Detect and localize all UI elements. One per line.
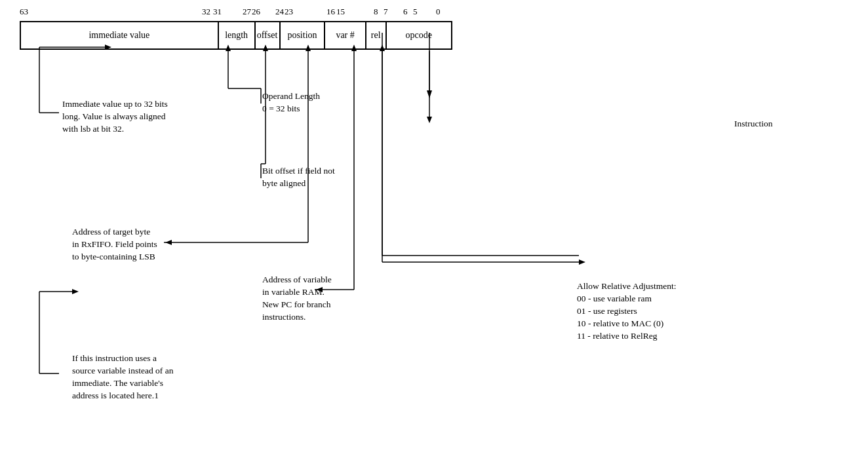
- diagram-container: 63 32 31 27 26 24 23 16 15 8 7 6 5 0 imm…: [7, 7, 859, 451]
- rel-annotation: Allow Relative Adjustment: 00 - use vari…: [577, 280, 806, 342]
- svg-marker-3: [105, 45, 111, 50]
- instruction-arrow-svg: [413, 7, 774, 170]
- length-annotation: Operand Length0 = 32 bits: [262, 90, 380, 115]
- rel-arrow-svg: [370, 7, 436, 301]
- svg-marker-18: [351, 45, 357, 51]
- svg-marker-7: [226, 45, 231, 51]
- position-annotation: Address of target bytein RxFIFO. Field p…: [72, 226, 223, 263]
- svg-marker-11: [263, 45, 268, 51]
- source-var-annotation: If this instruction uses asource variabl…: [72, 353, 243, 402]
- svg-marker-34: [579, 259, 585, 265]
- offset-annotation: Bit offset if field notbyte aligned: [262, 165, 387, 190]
- svg-marker-23: [72, 289, 79, 294]
- svg-marker-14: [306, 45, 311, 51]
- imm-annotation: Immediate value up to 32 bitslong. Value…: [62, 98, 213, 136]
